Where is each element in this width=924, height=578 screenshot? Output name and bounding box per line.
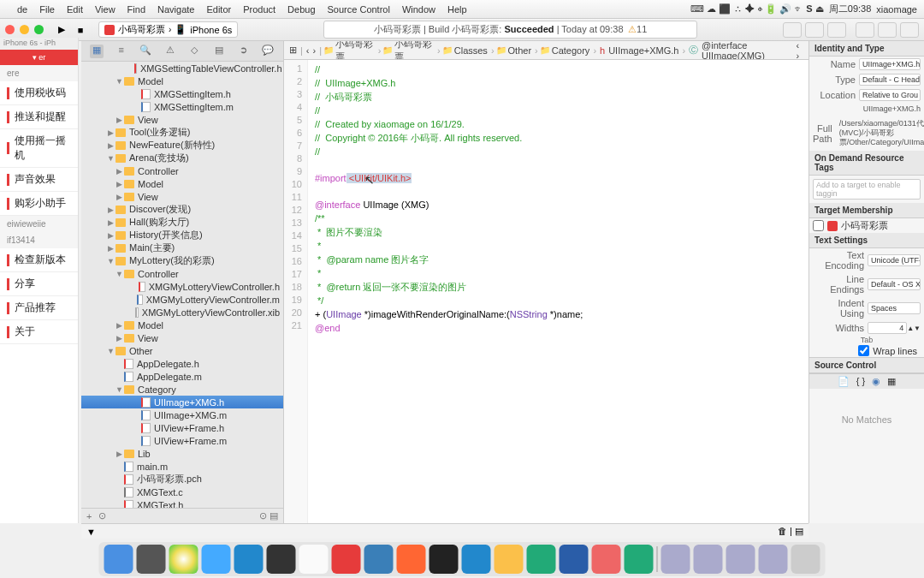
nav-symbol-icon[interactable]: ≡ [115,45,128,58]
tree-item[interactable]: XMGText.c [81,486,283,498]
sim-list-item[interactable]: 关于 [0,320,78,344]
run-button[interactable]: ▶ [54,22,69,38]
sim-list-item[interactable]: if13414 [0,232,78,248]
sim-list-item[interactable]: 声音效果 [0,168,78,192]
jump-bar[interactable]: ⊞ | ‹ › | 📁小码哥彩票› 📁小码哥彩票› 📁Classes› 📁Oth… [284,41,808,60]
identity-location-select[interactable]: Relative to Grou [859,89,921,101]
file-tree[interactable]: XMGSettingTableViewController.h▼ModelXMG… [81,62,283,508]
nav-project-icon[interactable]: ▦ [90,45,104,58]
device-icon: 📱 [175,24,187,35]
menu-view[interactable]: View [95,4,116,15]
tree-item[interactable]: XMGMyLotteryViewController.xib [81,306,283,319]
tree-item[interactable]: ▶Controller [81,164,283,177]
tree-item[interactable]: ▼Other [81,344,283,357]
menubar-clock[interactable]: 周二09:38 [829,3,872,15]
menubar-user[interactable]: xiaomage [876,4,917,15]
tree-item[interactable]: ▼Model [81,74,283,87]
tree-item[interactable]: ▶Main(主要) [81,241,283,254]
debug-hide-icon[interactable]: ▼ [86,527,96,537]
tree-item[interactable]: ▶Tool(业务逻辑) [81,126,283,139]
sim-list-item[interactable]: 分享 [0,272,78,296]
tree-item[interactable]: AppDelegate.m [81,370,283,383]
menu-editor[interactable]: Editor [206,4,231,15]
source-code[interactable]: // // UIImage+XMG.h // 小码哥彩票 // // Creat… [308,60,808,523]
tree-item[interactable]: UIImage+XMG.m [81,408,283,421]
menu-xcode[interactable]: de [17,4,27,15]
tree-item[interactable]: ▶History(开奖信息) [81,229,283,241]
tree-item[interactable]: ▼MyLottery(我的彩票) [81,254,283,267]
menu-product[interactable]: Product [243,4,275,15]
resource-tags-input[interactable]: Add to a target to enable taggin [813,179,921,200]
tree-item[interactable]: XMGMyLotteryViewController.h [81,280,283,293]
tree-item[interactable]: 小码哥彩票.pch [81,473,283,486]
menu-source-control[interactable]: Source Control [328,4,390,15]
stop-button[interactable]: ■ [73,22,88,38]
forward-icon[interactable]: › [313,45,317,56]
tree-item[interactable]: ▶Hall(购彩大厅) [81,216,283,229]
sim-list-item[interactable]: 购彩小助手 [0,192,78,216]
navigator-footer[interactable]: +⊙⊙ ▤ [81,508,283,523]
tree-item[interactable]: UIImage+XMG.h [81,396,283,408]
tree-item[interactable]: XMGSettingTableViewController.h [81,62,283,74]
sim-list-item[interactable]: ere [0,65,78,81]
tree-item[interactable]: ▶Discover(发现) [81,203,283,216]
navigator-tabs[interactable]: ▦ ≡ 🔍 ⚠ ◇ ▤ ➲ 💬 [81,41,283,62]
tree-item[interactable]: ▶Lib [81,447,283,460]
tree-item[interactable]: ▶Model [81,319,283,331]
target-membership-checkbox[interactable]: 小码哥彩票 [809,218,924,233]
tree-item[interactable]: XMGText.h [81,498,283,508]
identity-name-input[interactable]: UIImage+XMG.h [859,58,921,70]
nav-test-icon[interactable]: ◇ [187,45,201,58]
nav-breakpoint-icon[interactable]: ➲ [236,45,250,58]
menu-edit[interactable]: Edit [67,4,83,15]
nav-issue-icon[interactable]: ⚠ [163,45,177,58]
tree-item[interactable]: ▶View [81,113,283,126]
menu-debug[interactable]: Debug [287,4,315,15]
sim-list-item[interactable]: 使用摇一摇机 [0,129,78,168]
menubar-extras[interactable]: ⌨ ☁ ⬛ ⛬ ✦ ⊕ 🔋 🔊 ᯤ S ⏏ [690,3,824,15]
menu-find[interactable]: Find [127,4,145,15]
sim-list-item[interactable]: eiwieweiie [0,216,78,232]
tree-item[interactable]: XMGMyLotteryViewController.m [81,293,283,306]
menu-help[interactable]: Help [447,4,467,15]
indent-using-select[interactable]: Spaces [868,302,921,314]
editor-view-buttons[interactable] [783,22,919,38]
related-items-icon[interactable]: ⊞ [289,45,297,56]
sim-list-item[interactable]: 产品推荐 [0,296,78,320]
traffic-lights[interactable] [5,25,44,34]
tree-item[interactable]: UIView+Frame.h [81,421,283,434]
tree-item[interactable]: ▼Category [81,383,283,396]
tree-item[interactable]: ▶View [81,190,283,203]
tree-item[interactable]: ▼Arena(竞技场) [81,152,283,164]
menu-file[interactable]: File [39,4,55,15]
tree-item[interactable]: XMGSettingItem.h [81,87,283,100]
menu-navigate[interactable]: Navigate [157,4,194,15]
menu-window[interactable]: Window [402,4,435,15]
debug-bar[interactable]: ▼ 🗑 | ▤ [81,523,808,539]
nav-debug-icon[interactable]: ▤ [212,45,226,58]
nav-arrows[interactable]: ‹ › [796,41,803,60]
scheme-selector[interactable]: 小码哥彩票›📱iPhone 6s [98,21,238,38]
nav-search-icon[interactable]: 🔍 [139,45,152,58]
width-stepper[interactable]: 4 [868,322,907,334]
tree-item[interactable]: ▶View [81,331,283,344]
back-icon[interactable]: ‹ [306,45,310,56]
tree-item[interactable]: main.m [81,460,283,473]
identity-type-select[interactable]: Default - C Head [859,74,921,86]
wrap-lines-checkbox[interactable] [858,345,869,356]
library-tabs[interactable]: 📄{ }◉▦ [809,373,924,389]
tree-item[interactable]: UIView+Frame.m [81,434,283,447]
macos-dock[interactable] [99,542,826,576]
sim-list-item[interactable]: 使用税收码 [0,81,78,105]
tree-item[interactable]: ▼Controller [81,267,283,280]
tree-item[interactable]: XMGSettingItem.m [81,100,283,113]
tree-item[interactable]: ▶Model [81,177,283,190]
tree-item[interactable]: AppDelegate.h [81,357,283,370]
ios-simulator-window[interactable]: iPhone 6s - iPh ▾ er ere使用税收码推送和提醒使用摇一摇机… [0,38,79,523]
nav-log-icon[interactable]: 💬 [261,45,275,58]
line-endings-select[interactable]: Default - OS X / [868,278,921,290]
sim-list-item[interactable]: 推送和提醒 [0,105,78,129]
text-encoding-select[interactable]: Unicode (UTF-8) [868,254,921,266]
tree-item[interactable]: ▶NewFeature(新特性) [81,139,283,152]
sim-list-item[interactable]: 检查新版本 [0,248,78,272]
